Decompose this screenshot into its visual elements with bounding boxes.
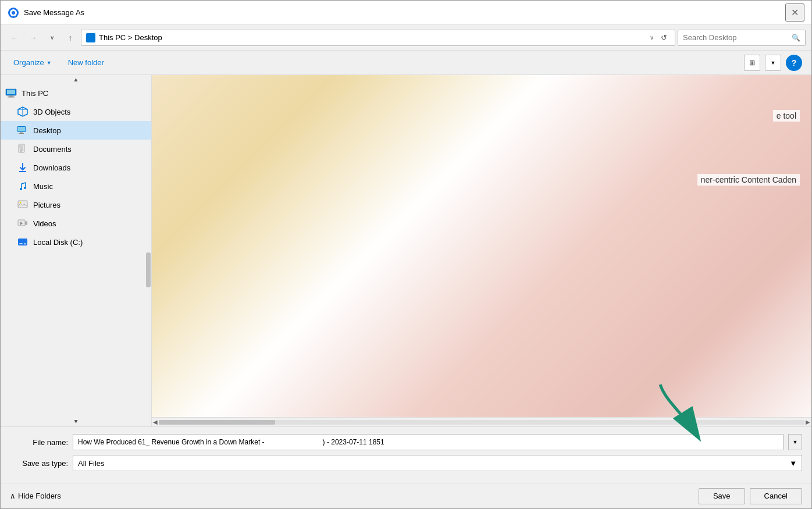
app-icon [8, 7, 19, 19]
content-area: e tool ner-centric Content Caden ◀ ▶ [152, 75, 811, 426]
new-folder-label: New folder [68, 58, 104, 67]
sidebar-scroll-up[interactable]: ▲ [1, 75, 151, 84]
svg-point-2 [12, 11, 15, 15]
sidebar-item-label-videos: Videos [33, 219, 56, 228]
scrollbar-left-arrow[interactable]: ◀ [153, 419, 158, 425]
save-button[interactable]: Save [699, 488, 745, 504]
svg-rect-15 [19, 144, 23, 148]
scrollbar-thumb[interactable] [159, 420, 275, 425]
sidebar-item-videos[interactable]: Videos [1, 214, 151, 233]
sidebar: ▲ This PC [1, 75, 152, 426]
sidebar-item-pictures[interactable]: Pictures [1, 195, 151, 214]
address-separator: > [128, 33, 134, 42]
bottom-form: File name: ▼ Save as type: All Files ▼ [1, 426, 811, 483]
scrollbar-track[interactable] [159, 420, 804, 425]
organize-button[interactable]: Organize ▼ [10, 56, 55, 69]
save-type-label: Save as type: [10, 459, 68, 468]
preview-text-1: e tool [773, 110, 800, 122]
sidebar-item-this-pc[interactable]: This PC [1, 84, 151, 102]
cancel-button[interactable]: Cancel [750, 488, 802, 504]
toolbar: Organize ▼ New folder ⊞ ▼ ? [1, 51, 811, 75]
address-chevron-icon[interactable]: ∨ [650, 34, 654, 41]
view-grid-icon: ⊞ [749, 59, 755, 67]
forward-button[interactable]: → [25, 30, 41, 46]
sidebar-scrollbar-thumb[interactable] [146, 252, 151, 287]
new-folder-button[interactable]: New folder [65, 56, 108, 69]
pictures-icon [17, 199, 29, 211]
svg-rect-13 [19, 133, 24, 134]
file-name-input[interactable] [73, 434, 783, 450]
disk-icon [17, 236, 29, 248]
hide-folders-button[interactable]: ∧ Hide Folders [10, 492, 61, 500]
document-icon [17, 143, 29, 155]
save-type-row: Save as type: All Files ▼ [10, 455, 802, 471]
address-this-pc: This PC [99, 33, 126, 42]
svg-rect-5 [9, 95, 13, 97]
file-name-row: File name: ▼ [10, 434, 802, 450]
desktop-icon [17, 124, 29, 136]
videos-icon [17, 218, 29, 229]
title-bar: Save Message As ✕ [1, 1, 811, 25]
up-button[interactable]: ↑ [62, 30, 79, 46]
view-caret-button[interactable]: ▼ [765, 55, 781, 71]
help-button[interactable]: ? [786, 55, 802, 71]
organize-caret-icon: ▼ [47, 60, 52, 66]
save-type-caret-icon: ▼ [789, 459, 797, 468]
save-type-dropdown[interactable]: All Files ▼ [73, 455, 802, 471]
svg-rect-6 [8, 97, 15, 98]
back-button[interactable]: ← [6, 30, 23, 46]
address-path: This PC > Desktop [99, 33, 646, 42]
footer-buttons: Save Cancel [699, 488, 802, 504]
address-bar[interactable]: This PC > Desktop ∨ ↺ [81, 30, 675, 46]
cube-icon [17, 106, 29, 118]
content-preview: e tool ner-centric Content Caden [152, 75, 811, 417]
svg-point-29 [24, 243, 26, 245]
svg-rect-27 [18, 239, 27, 245]
svg-rect-11 [18, 127, 25, 131]
sidebar-item-label-pictures: Pictures [33, 201, 60, 209]
refresh-button[interactable]: ↺ [657, 31, 670, 44]
sidebar-item-downloads[interactable]: Downloads [1, 158, 151, 177]
sidebar-item-label-this-pc: This PC [22, 89, 48, 98]
sidebar-item-label-local-disk: Local Disk (C:) [33, 238, 83, 247]
close-button[interactable]: ✕ [785, 3, 804, 22]
svg-point-21 [24, 187, 26, 189]
preview-text-2: ner-centric Content Caden [697, 174, 800, 186]
svg-point-23 [20, 202, 22, 204]
horizontal-scrollbar[interactable]: ◀ ▶ [152, 417, 811, 426]
music-icon [17, 180, 29, 192]
sidebar-item-label-documents: Documents [33, 145, 72, 154]
dialog-title: Save Message As [24, 8, 785, 17]
search-icon: 🔍 [792, 34, 800, 42]
toolbar-right: ⊞ ▼ ? [744, 55, 802, 71]
sidebar-item-documents[interactable]: Documents [1, 140, 151, 158]
file-name-dropdown-btn[interactable]: ▼ [788, 434, 802, 450]
save-type-value: All Files [78, 459, 105, 468]
computer-icon [5, 87, 17, 99]
search-input[interactable] [683, 33, 792, 42]
sidebar-item-desktop[interactable]: Desktop [1, 121, 151, 140]
scrollbar-right-arrow[interactable]: ▶ [806, 419, 810, 425]
nav-chevron-button[interactable]: ∨ [44, 30, 60, 46]
sidebar-item-label-music: Music [33, 182, 53, 191]
hide-folders-label: Hide Folders [18, 492, 61, 500]
sidebar-item-label-desktop: Desktop [33, 126, 61, 135]
svg-rect-12 [20, 132, 23, 133]
svg-rect-4 [7, 90, 15, 94]
sidebar-item-music[interactable]: Music [1, 177, 151, 195]
file-name-label: File name: [10, 438, 68, 447]
sidebar-item-3d-objects[interactable]: 3D Objects [1, 102, 151, 121]
svg-marker-25 [25, 221, 27, 225]
address-pc-icon [86, 33, 95, 42]
sidebar-scroll-down[interactable]: ▲ [1, 418, 151, 426]
svg-point-20 [20, 188, 22, 190]
svg-rect-28 [19, 243, 23, 244]
view-icon-button[interactable]: ⊞ [744, 55, 760, 71]
preview-blurred [152, 75, 811, 417]
organize-label: Organize [13, 58, 44, 67]
footer: ∧ Hide Folders Save Cancel [1, 483, 811, 508]
main-area: ▲ This PC [1, 75, 811, 426]
address-desktop: Desktop [134, 33, 162, 42]
sidebar-item-local-disk[interactable]: Local Disk (C:) [1, 233, 151, 251]
search-box[interactable]: 🔍 [678, 30, 806, 46]
